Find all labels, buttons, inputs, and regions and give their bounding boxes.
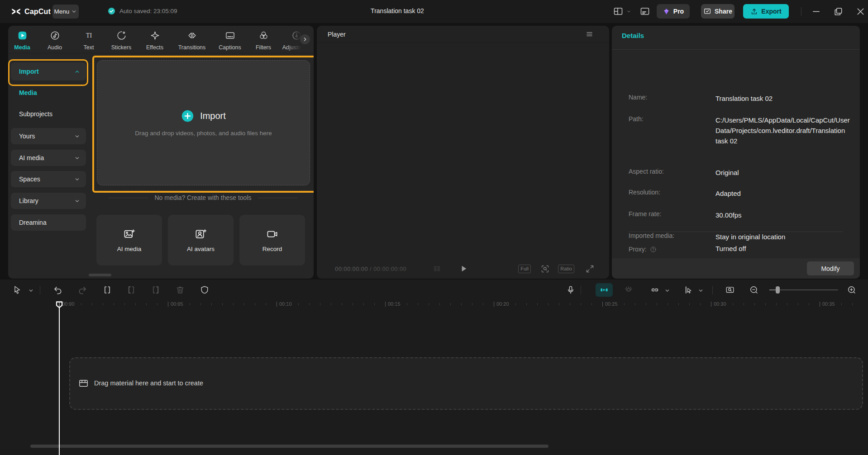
import-area-tutorial-highlight xyxy=(92,56,314,193)
tab-effects[interactable]: Effects xyxy=(136,30,174,51)
sidebar-item-library[interactable]: Library xyxy=(11,193,86,209)
capcut-window: { "colors": { "accent": "#1ec7c7", "high… xyxy=(0,0,868,455)
ruler-minor-tick xyxy=(190,303,190,305)
media-panel-scrollbar[interactable] xyxy=(89,274,111,276)
export-icon xyxy=(750,8,758,15)
record-voiceover[interactable] xyxy=(566,285,576,295)
tool-card-ai-media[interactable]: AI media xyxy=(96,215,162,265)
tab-label: Captions xyxy=(211,44,249,51)
toolbar-divider xyxy=(712,286,713,294)
sidebar-item-label: Dreamina xyxy=(19,219,47,226)
ratio-badge[interactable]: Ratio xyxy=(558,265,574,273)
export-button[interactable]: Export xyxy=(743,4,789,19)
preview-frames[interactable] xyxy=(725,285,735,295)
ruler-minor-tick xyxy=(320,303,320,305)
player-panel: Player 00:00:00:00 / 00:00:00:00 Full Ra… xyxy=(317,26,609,279)
layout-panels-icon[interactable] xyxy=(613,6,624,17)
tab-strip-expand-button[interactable] xyxy=(300,34,310,44)
ruler-minor-tick xyxy=(450,303,451,305)
track-select-dropdown[interactable] xyxy=(698,287,704,293)
auto-snap[interactable] xyxy=(596,283,613,297)
transitions-tab-icon xyxy=(187,30,197,41)
ruler-minor-tick xyxy=(407,303,407,305)
ruler-minor-tick xyxy=(591,303,592,305)
magnetic-timeline[interactable] xyxy=(624,285,634,295)
divider-line xyxy=(258,198,298,198)
record-icon xyxy=(266,228,278,240)
player-menu-icon[interactable] xyxy=(585,30,594,38)
minimize-button[interactable] xyxy=(811,6,821,17)
toolbar-divider xyxy=(581,286,581,294)
timeline-ruler[interactable]: 00:0000:0500:1000:1500:2000:2500:3000:35 xyxy=(0,299,868,312)
split[interactable] xyxy=(102,285,112,295)
play-button[interactable] xyxy=(458,264,468,274)
timeline-scrollbar[interactable] xyxy=(30,445,548,448)
modify-button[interactable]: Modify xyxy=(807,261,854,275)
details-title: Details xyxy=(622,32,644,39)
ruler-major-tick xyxy=(711,302,711,307)
playhead-line[interactable] xyxy=(59,302,60,455)
ruler-minor-tick xyxy=(255,303,255,305)
playhead-handle[interactable] xyxy=(56,299,63,310)
link-clips-dropdown[interactable] xyxy=(664,287,670,293)
proxy-help-icon[interactable] xyxy=(650,246,657,253)
delete-left[interactable] xyxy=(126,285,136,295)
sidebar-item-spaces[interactable]: Spaces xyxy=(11,171,86,187)
sidebar-item-label: Yours xyxy=(19,133,35,140)
ruler-minor-tick xyxy=(114,303,114,305)
media-panel: MediaAudioTITextStickersEffectsTransitio… xyxy=(8,26,314,279)
sidebar-item-media[interactable]: Media xyxy=(11,86,86,99)
tool-card-record[interactable]: Record xyxy=(239,215,305,265)
ruler-minor-tick xyxy=(396,303,396,305)
delete-right[interactable] xyxy=(151,285,161,295)
ruler-minor-tick xyxy=(146,303,147,305)
filters-tab-icon xyxy=(258,30,269,41)
tab-transitions[interactable]: Transitions xyxy=(173,30,211,51)
preview-zoom-icon[interactable] xyxy=(540,264,550,274)
ruler-major-tick xyxy=(277,302,277,307)
ruler-minor-tick xyxy=(559,303,559,305)
tab-captions[interactable]: Captions xyxy=(211,30,249,51)
ruler-minor-tick xyxy=(211,303,212,305)
mask[interactable] xyxy=(200,285,210,295)
redo[interactable] xyxy=(77,285,87,295)
share-button[interactable]: Share xyxy=(701,4,734,19)
ruler-minor-tick xyxy=(515,303,516,305)
select-tool-dropdown[interactable] xyxy=(28,287,34,293)
tool-card-ai-avatars[interactable]: AI avatars xyxy=(168,215,234,265)
track-select[interactable] xyxy=(683,285,693,295)
ruler-major-tick xyxy=(820,302,820,307)
sidebar-item-yours[interactable]: Yours xyxy=(11,128,86,144)
close-button[interactable] xyxy=(855,6,866,17)
ruler-major-tick xyxy=(168,302,168,307)
select-tool[interactable] xyxy=(12,285,22,295)
timeline-zoom-in[interactable] xyxy=(847,285,857,295)
ruler-minor-tick xyxy=(244,303,244,305)
ruler-minor-tick xyxy=(233,303,234,305)
ruler-minor-tick xyxy=(668,303,668,305)
slider-handle[interactable] xyxy=(776,286,780,294)
notes-panel-icon[interactable] xyxy=(639,6,650,17)
ruler-minor-tick xyxy=(657,303,657,305)
ruler-minor-tick xyxy=(439,303,440,305)
export-label: Export xyxy=(761,8,781,15)
sidebar-item-dreamina[interactable]: Dreamina xyxy=(11,214,86,231)
delete[interactable] xyxy=(175,285,185,295)
frame-view-icon[interactable] xyxy=(432,264,442,274)
tab-stickers[interactable]: Stickers xyxy=(102,30,140,51)
pro-button[interactable]: Pro xyxy=(657,4,690,19)
sidebar-item-subprojects[interactable]: Subprojects xyxy=(11,108,86,120)
tab-audio[interactable]: Audio xyxy=(36,30,74,51)
sidebar-item-ai-media[interactable]: AI media xyxy=(11,150,86,166)
link-clips[interactable] xyxy=(650,285,660,295)
undo[interactable] xyxy=(53,285,63,295)
full-quality-badge[interactable]: Full xyxy=(518,265,531,273)
empty-track-dropzone[interactable]: Drag material here and start to create xyxy=(69,357,863,410)
fullscreen-icon[interactable] xyxy=(585,264,595,274)
ruler-minor-tick xyxy=(200,303,201,305)
tab-filters[interactable]: Filters xyxy=(244,30,282,51)
timeline-zoom-slider[interactable] xyxy=(769,289,838,290)
timeline-zoom-out[interactable] xyxy=(749,285,759,295)
layout-dropdown-icon[interactable] xyxy=(626,9,631,14)
maximize-button[interactable] xyxy=(833,6,844,17)
